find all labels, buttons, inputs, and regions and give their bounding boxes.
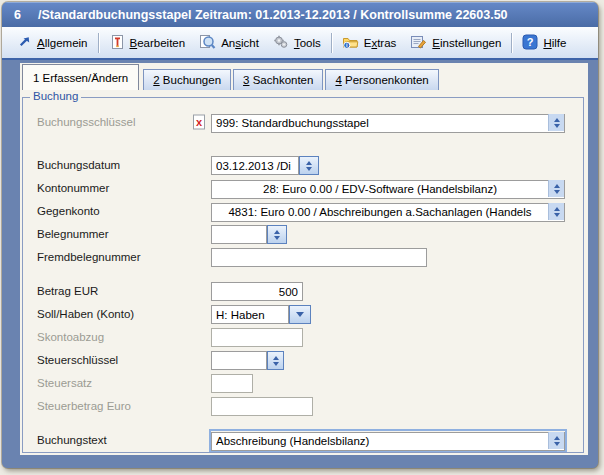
label-steuerschluessel: Steuerschlüssel	[37, 351, 118, 370]
toolbar: Allgemein Bearbeiten Ansicht Tools i Ext…	[2, 27, 598, 60]
tab-buchungen[interactable]: 2 Buchungen	[143, 69, 231, 90]
row-steuerschluessel: Steuerschlüssel	[23, 351, 583, 370]
toolbar-item-einstellungen[interactable]: Einstellungen	[403, 31, 508, 55]
row-steuersatz: Steuersatz	[23, 374, 583, 393]
edit-document-icon	[109, 34, 125, 52]
delete-document-button[interactable]: x	[190, 113, 208, 132]
fremdbelegnummer-input[interactable]	[211, 248, 427, 267]
buchungsschluessel-spinner[interactable]	[548, 114, 564, 131]
label-kontonummer: Kontonummer	[37, 179, 109, 198]
toolbar-item-ansicht[interactable]: Ansicht	[192, 31, 266, 55]
tab-personenkonten[interactable]: 4 Personenkonten	[325, 69, 438, 90]
row-gegenkonto: Gegenkonto	[23, 202, 583, 221]
row-buchungstext: Buchungstext	[23, 431, 583, 450]
buchungsdatum-input[interactable]	[211, 156, 299, 175]
buchungsdatum-spinner[interactable]	[299, 156, 319, 175]
kontonummer-spinner[interactable]	[548, 180, 564, 197]
arrow-up-right-icon	[17, 34, 32, 51]
buchung-groupbox: Buchung Buchungsschlüssel x Buchungsdatu…	[22, 97, 584, 453]
svg-text:x: x	[196, 116, 203, 128]
tab-bar: 1 Erfassen/Ändern 2 Buchungen 3 Sachkont…	[20, 63, 588, 90]
toolbar-item-tools[interactable]: Tools	[266, 31, 328, 55]
soll-haben-dropdown-button[interactable]	[289, 305, 311, 324]
folder-info-icon: i	[342, 34, 359, 52]
label-buchungsdatum: Buchungsdatum	[37, 156, 120, 175]
label-buchungsschluessel: Buchungsschlüssel	[37, 113, 135, 132]
gegenkonto-input[interactable]	[211, 203, 565, 222]
toolbar-item-extras[interactable]: i Extras	[335, 31, 404, 55]
tab-erfassen-aendern[interactable]: 1 Erfassen/Ändern	[22, 64, 139, 90]
betrag-eur-input[interactable]	[211, 282, 303, 301]
belegnummer-input[interactable]	[211, 225, 267, 244]
buchungstext-spinner[interactable]	[548, 432, 564, 449]
kontonummer-input[interactable]	[211, 180, 565, 199]
row-belegnummer: Belegnummer	[23, 225, 583, 244]
row-betrag-eur: Betrag EUR	[23, 282, 583, 301]
delete-document-icon: x	[191, 113, 207, 132]
steuersatz-input	[211, 374, 253, 393]
buchungstext-input[interactable]	[211, 432, 565, 451]
help-icon: ?	[522, 34, 538, 52]
label-betrag-eur: Betrag EUR	[37, 282, 98, 301]
toolbar-separator	[98, 33, 99, 53]
buchungsschluessel-input[interactable]	[211, 114, 565, 133]
svg-text:?: ?	[527, 36, 534, 48]
row-buchungsschluessel: Buchungsschlüssel x	[23, 113, 583, 132]
magnifier-icon	[199, 34, 216, 52]
row-steuerbetrag-euro: Steuerbetrag Euro	[23, 397, 583, 416]
gears-icon	[273, 34, 289, 52]
groupbox-legend: Buchung	[30, 90, 81, 102]
application-window: 6 /Standardbuchungsstapel Zeitraum: 01.2…	[2, 2, 598, 468]
row-fremdbelegnummer: Fremdbelegnummer	[23, 248, 583, 267]
row-skontoabzug: Skontoabzug	[23, 328, 583, 347]
belegnummer-spinner[interactable]	[267, 225, 287, 244]
chevron-down-icon	[296, 312, 304, 317]
tab-sachkonten[interactable]: 3 Sachkonten	[233, 69, 323, 90]
label-soll-haben: Soll/Haben (Konto)	[37, 305, 134, 324]
label-gegenkonto: Gegenkonto	[37, 202, 100, 221]
window-title: /Standardbuchungsstapel Zeitraum: 01.201…	[38, 8, 508, 22]
label-belegnummer: Belegnummer	[37, 225, 109, 244]
toolbar-item-hilfe[interactable]: ? Hilfe	[515, 31, 573, 55]
steuerschluessel-spinner[interactable]	[267, 351, 284, 370]
label-skontoabzug: Skontoabzug	[37, 328, 104, 347]
toolbar-item-bearbeiten[interactable]: Bearbeiten	[102, 31, 193, 55]
row-buchungsdatum: Buchungsdatum	[23, 156, 583, 175]
row-kontonummer: Kontonummer	[23, 179, 583, 198]
content-panel: 1 Erfassen/Ändern 2 Buchungen 3 Sachkont…	[20, 63, 588, 455]
steuerbetrag-euro-input	[211, 397, 313, 416]
label-fremdbelegnummer: Fremdbelegnummer	[37, 248, 141, 267]
main-area: 1 Erfassen/Ändern 2 Buchungen 3 Sachkont…	[2, 60, 598, 468]
label-buchungstext: Buchungstext	[37, 431, 107, 450]
label-steuerbetrag-euro: Steuerbetrag Euro	[37, 397, 131, 416]
label-steuersatz: Steuersatz	[37, 374, 92, 393]
soll-haben-input[interactable]	[211, 305, 289, 324]
steuerschluessel-input[interactable]	[211, 351, 267, 370]
titlebar: 6 /Standardbuchungsstapel Zeitraum: 01.2…	[2, 2, 598, 27]
toolbar-separator	[331, 33, 332, 53]
form-pen-icon	[410, 34, 427, 52]
row-soll-haben: Soll/Haben (Konto)	[23, 305, 583, 324]
gegenkonto-spinner[interactable]	[548, 203, 564, 220]
toolbar-item-allgemein[interactable]: Allgemein	[10, 31, 95, 54]
toolbar-separator	[511, 33, 512, 53]
skontoabzug-input	[211, 328, 303, 347]
stack-number: 6	[14, 8, 21, 22]
